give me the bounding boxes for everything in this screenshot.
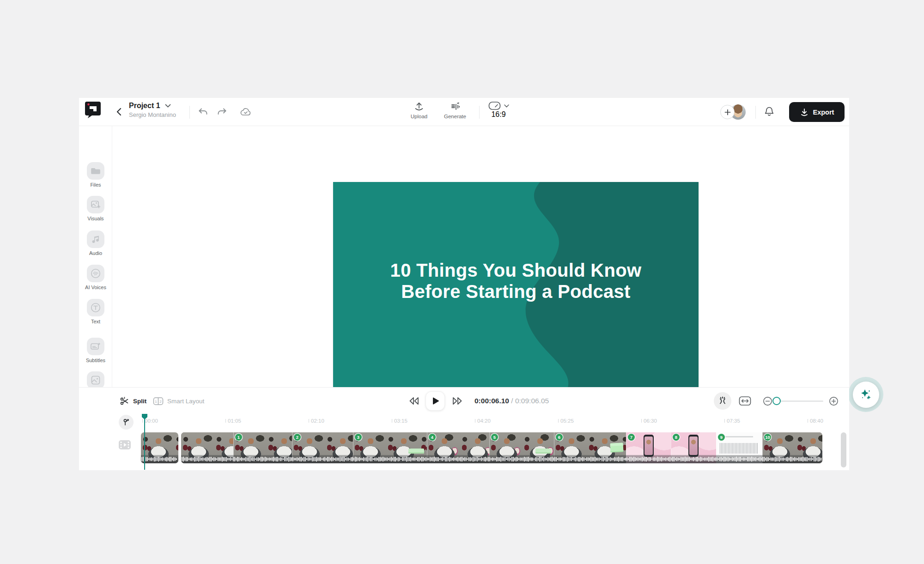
- aspect-ratio-icon: [488, 101, 501, 110]
- sidebar-item-label: Visuals: [79, 216, 112, 221]
- auto-trim-icon: [717, 396, 728, 406]
- svg-text:1: 1: [155, 399, 157, 403]
- split-label: Split: [133, 398, 146, 405]
- aspect-ratio-label: 16:9: [491, 110, 505, 118]
- preview-stage: 10 Things You Should Know Before Startin…: [112, 126, 849, 387]
- video-title-text[interactable]: 10 Things You Should Know Before Startin…: [333, 260, 699, 302]
- export-label: Export: [813, 109, 834, 116]
- redo-icon[interactable]: [216, 106, 228, 118]
- playhead[interactable]: [141, 413, 148, 470]
- timeline-clip[interactable]: 12345678910: [181, 432, 822, 463]
- sidebar-item-label: Audio: [79, 250, 112, 256]
- fit-timeline-button[interactable]: [739, 396, 751, 406]
- chapter-marker-badge[interactable]: 4: [429, 434, 436, 441]
- caption-tag: [610, 443, 623, 452]
- chevron-down-icon: [504, 104, 509, 108]
- scissors-icon: [120, 396, 129, 406]
- zoom-out-button[interactable]: [763, 396, 772, 406]
- video-canvas[interactable]: 10 Things You Should Know Before Startin…: [333, 182, 699, 388]
- undo-icon[interactable]: [197, 106, 209, 118]
- caption-tag: [535, 449, 551, 454]
- chapter-marker-badge[interactable]: 7: [628, 434, 635, 441]
- timeline-zoom-slider[interactable]: [773, 400, 823, 402]
- sidebar-item-label: AI Voices: [79, 285, 112, 290]
- folder-icon: [87, 162, 104, 180]
- chapter-marker-badge[interactable]: 5: [491, 434, 498, 441]
- ruler-time-label: 01:05: [225, 418, 241, 424]
- project-title[interactable]: Project 1: [129, 102, 160, 110]
- aspect-ratio-button[interactable]: 16:9: [479, 101, 518, 119]
- podcastle-logo-icon[interactable]: [84, 100, 102, 119]
- smart-layout-icon: 12: [153, 397, 164, 406]
- svg-text:2: 2: [159, 399, 162, 403]
- text-icon: [87, 299, 104, 316]
- upload-label: Upload: [403, 114, 435, 119]
- zoom-slider-knob[interactable]: [772, 397, 781, 405]
- chapter-marker-badge[interactable]: 9: [718, 434, 725, 441]
- auto-trim-button[interactable]: [714, 392, 731, 410]
- split-button[interactable]: Split: [120, 388, 146, 414]
- ruler-time-label: 07:35: [724, 418, 740, 424]
- play-button[interactable]: [426, 391, 445, 411]
- generate-button[interactable]: Generate: [439, 101, 471, 119]
- video-track: 12345678910: [79, 432, 849, 463]
- timeline-scrollbar[interactable]: [841, 432, 846, 467]
- sidebar-item-text[interactable]: Text: [79, 299, 112, 324]
- ruler-time-label: 06:30: [641, 418, 657, 424]
- visuals-icon: [87, 196, 104, 213]
- project-owner: Sergio Montanino: [129, 111, 176, 118]
- current-time: 0:00:06.10: [474, 397, 509, 405]
- total-time: 0:09:06.05: [515, 397, 549, 405]
- smart-layout-button[interactable]: 12 Smart Layout: [153, 388, 204, 414]
- zoom-in-button[interactable]: [829, 396, 839, 406]
- chevron-down-icon[interactable]: [165, 104, 171, 108]
- caption-tag: [408, 449, 424, 454]
- project-info: Project 1 Sergio Montanino: [129, 102, 176, 118]
- download-icon: [800, 108, 809, 117]
- sidebar-item-subtitles[interactable]: Subtitles: [79, 338, 112, 363]
- ai-assistant-button[interactable]: [848, 377, 883, 412]
- ruler-time-label: 08:40: [808, 418, 823, 424]
- ruler-time-label: 05:25: [558, 418, 574, 424]
- cloud-saved-icon: [240, 106, 252, 118]
- timeline-ruler[interactable]: 00:0001:0502:1003:1504:2005:2506:3007:35…: [79, 414, 849, 432]
- sidebar-item-visuals[interactable]: Visuals: [79, 196, 112, 221]
- sidebar-item-files[interactable]: Files: [79, 162, 112, 188]
- subtitles-icon: [87, 338, 104, 355]
- generate-label: Generate: [439, 114, 471, 119]
- back-button[interactable]: [114, 107, 124, 117]
- sidebar: FilesVisualsAudioAI VoicesTextSubtitlesB…: [79, 126, 112, 387]
- fast-forward-button[interactable]: [451, 395, 463, 406]
- timecode-display: 0:00:06.10 / 0:09:06.05: [474, 397, 549, 405]
- notifications-bell-icon[interactable]: [763, 106, 775, 118]
- sidebar-item-label: Files: [79, 182, 112, 188]
- chapter-marker-badge[interactable]: 1: [235, 434, 242, 441]
- header-bar: Project 1 Sergio Montanino Upload Genera…: [79, 98, 849, 126]
- rewind-button[interactable]: [408, 395, 420, 406]
- sidebar-item-ai-voices[interactable]: AI Voices: [79, 265, 112, 290]
- sidebar-item-label: Text: [79, 319, 112, 324]
- background-icon: [87, 371, 104, 389]
- chapter-marker-badge[interactable]: 3: [355, 434, 362, 441]
- timeline-panel: Split 12 Smart Layout 0:00:06.10 / 0:09:…: [79, 387, 849, 470]
- export-button[interactable]: Export: [789, 102, 845, 122]
- header-divider: [755, 106, 756, 119]
- sidebar-item-audio[interactable]: Audio: [79, 230, 112, 256]
- header-divider: [189, 106, 190, 119]
- ruler-time-label: 04:20: [475, 418, 491, 424]
- chapter-marker-badge[interactable]: 2: [294, 434, 301, 441]
- chapter-marker-badge[interactable]: 8: [673, 434, 680, 441]
- audio-waveform: [181, 455, 822, 463]
- add-collaborator-button[interactable]: [720, 105, 735, 119]
- chapter-marker-badge[interactable]: 10: [764, 434, 771, 441]
- chart-thumb: [720, 443, 759, 454]
- play-icon: [431, 396, 440, 406]
- chapter-marker-badge[interactable]: 6: [556, 434, 563, 441]
- upload-button[interactable]: Upload: [403, 101, 435, 119]
- magnetic-snap-button[interactable]: [119, 415, 134, 430]
- phone-mockup-thumb: [688, 435, 699, 457]
- ai-voices-icon: [87, 265, 104, 282]
- sidebar-item-label: Subtitles: [79, 358, 112, 363]
- phone-mockup-thumb: [644, 435, 654, 457]
- video-clip-track-icon: [118, 440, 131, 450]
